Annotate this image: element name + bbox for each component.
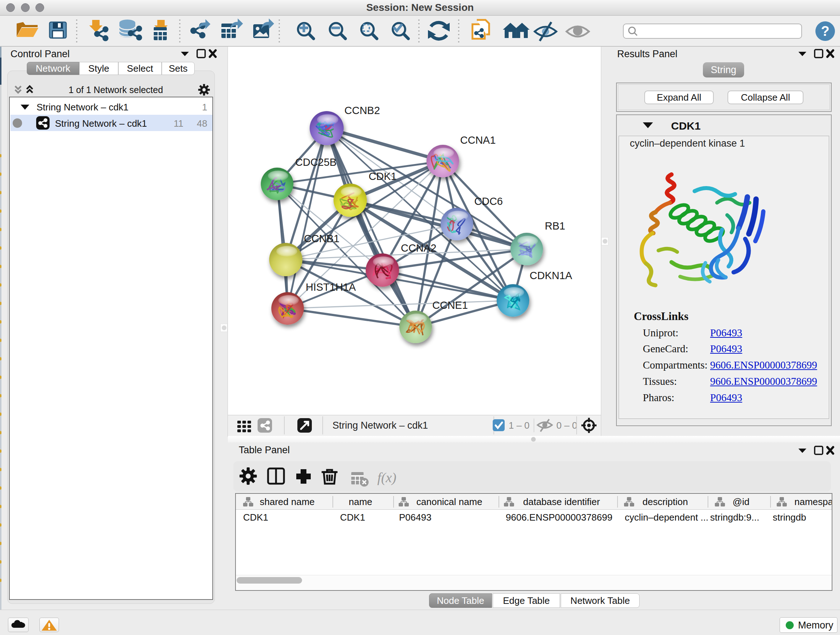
svg-text:RB1: RB1	[545, 220, 565, 232]
svg-text:namespace: namespace	[794, 496, 832, 507]
svg-text:stringdb: stringdb	[773, 512, 806, 523]
svg-text:CCNB1: CCNB1	[304, 233, 339, 244]
svg-text:P06493: P06493	[399, 512, 431, 523]
svg-text:String Network – cdk1: String Network – cdk1	[55, 118, 147, 129]
svg-text:f(x): f(x)	[377, 470, 396, 486]
svg-text:CCNE1: CCNE1	[432, 299, 468, 311]
svg-text:0 – 0: 0 – 0	[556, 420, 577, 431]
svg-text:HIST1H1A: HIST1H1A	[306, 281, 356, 293]
svg-text:11: 11	[174, 118, 183, 129]
svg-text:9606.ENSP00000378699: 9606.ENSP00000378699	[506, 512, 613, 523]
svg-text:48: 48	[197, 118, 207, 129]
svg-text:String Network – cdk1: String Network – cdk1	[36, 102, 128, 112]
svg-text:canonical name: canonical name	[416, 496, 482, 507]
svg-text:String Network – cdk1: String Network – cdk1	[332, 420, 428, 431]
svg-text:1 – 0: 1 – 0	[508, 420, 530, 431]
svg-text:cyclin–dependent ...: cyclin–dependent ...	[625, 512, 708, 523]
svg-text:CDKN1A: CDKN1A	[530, 270, 572, 281]
svg-text:1 of 1 Network selected: 1 of 1 Network selected	[68, 85, 163, 95]
svg-text:CDK1: CDK1	[369, 171, 396, 182]
svg-text:CDK1: CDK1	[671, 120, 701, 132]
svg-text:CCNA2: CCNA2	[401, 242, 436, 254]
svg-text:CCNA1: CCNA1	[460, 134, 496, 146]
svg-text:?: ?	[821, 24, 829, 39]
svg-text:name: name	[349, 496, 372, 507]
svg-text:CDC6: CDC6	[474, 195, 503, 207]
svg-text:CCNB2: CCNB2	[344, 105, 380, 116]
svg-text:1: 1	[202, 102, 207, 112]
svg-text:database identifier: database identifier	[523, 496, 600, 507]
svg-text:CDK1: CDK1	[340, 512, 365, 523]
svg-text:CDC25B: CDC25B	[295, 157, 336, 168]
svg-text:stringdb:9...: stringdb:9...	[710, 512, 759, 523]
svg-text:description: description	[643, 496, 688, 507]
svg-text:@id: @id	[733, 496, 750, 507]
svg-text:shared name: shared name	[260, 496, 315, 507]
svg-text:CDK1: CDK1	[243, 512, 268, 523]
